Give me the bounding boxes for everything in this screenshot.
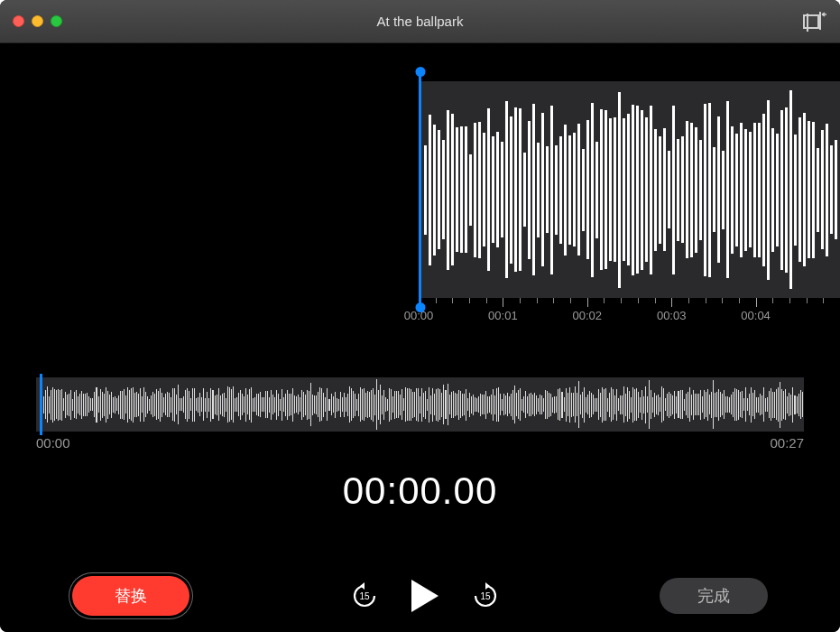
overview-end-time: 00:27 — [770, 435, 804, 451]
current-timecode: 00:00.00 — [0, 469, 840, 513]
overview-waveform[interactable] — [36, 377, 804, 432]
trim-icon[interactable] — [800, 12, 827, 32]
waveform-region — [419, 81, 840, 298]
overview-time-labels: 00:00 00:27 — [36, 435, 804, 453]
replace-button[interactable]: 替换 — [72, 576, 189, 616]
timeline-tick-label: 00:01 — [488, 309, 518, 322]
svg-text:15: 15 — [359, 591, 370, 601]
skip-back-15-button[interactable]: 15 — [351, 582, 378, 609]
app-window: At the ballpark 00:0000:0100:0200:0300:0… — [0, 0, 840, 632]
controls-bar: 替换 15 15 完成 — [0, 560, 840, 632]
timeline-ruler: 00:0000:0100:0200:0300:04 — [419, 298, 840, 323]
done-button[interactable]: 完成 — [660, 578, 768, 614]
titlebar: At the ballpark — [0, 0, 840, 43]
play-button[interactable] — [409, 578, 441, 614]
overview-playhead[interactable] — [40, 374, 42, 435]
skip-forward-15-button[interactable]: 15 — [472, 582, 499, 609]
svg-text:15: 15 — [480, 591, 491, 601]
timeline-tick-label: 00:04 — [741, 309, 771, 322]
overview-start-time: 00:00 — [36, 435, 70, 451]
window-title: At the ballpark — [0, 14, 840, 29]
timeline-tick-label: 00:02 — [573, 309, 603, 322]
main-waveform-area[interactable]: 00:0000:0100:0200:0300:04 — [0, 43, 840, 323]
playhead[interactable] — [419, 72, 421, 307]
timeline-tick-label: 00:03 — [657, 309, 687, 322]
